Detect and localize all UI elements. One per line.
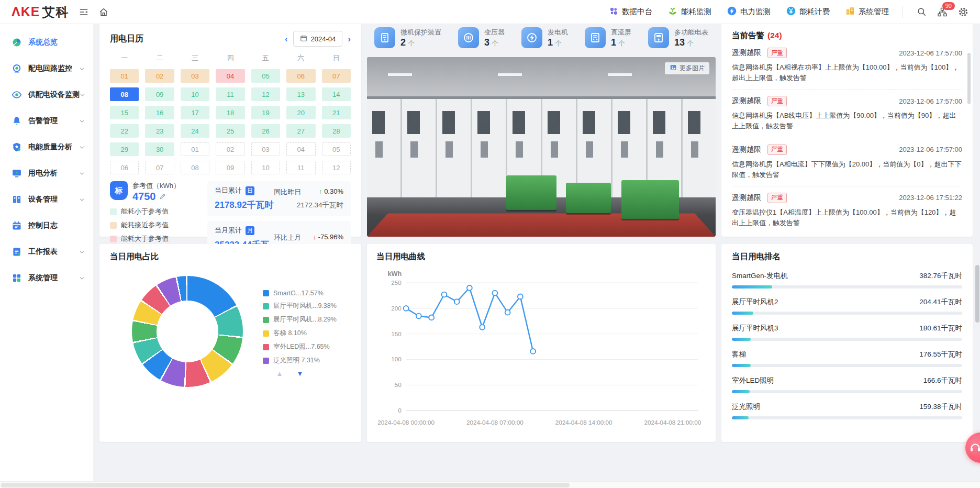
calendar-day[interactable]: 20 xyxy=(286,106,315,119)
ranking-item: SmartGen-发电机382.76千瓦时 xyxy=(732,271,962,289)
calendar-day[interactable]: 04 xyxy=(216,69,244,83)
donut-legend-item[interactable]: 展厅平时风机...8.29% xyxy=(263,315,337,324)
calendar-day[interactable]: 16 xyxy=(145,106,174,119)
alert-item[interactable]: 遥测越限严重2023-12-06 17:57:00信息网络机房【AB线电压】上上… xyxy=(732,90,962,138)
donut-legend-item[interactable]: SmartG...17.57% xyxy=(263,290,337,297)
home-icon[interactable] xyxy=(98,7,109,17)
alert-item[interactable]: 遥测越限严重2023-12-06 17:57:00信息网络机房【A相电流】下下限… xyxy=(732,138,962,186)
calendar-day[interactable]: 25 xyxy=(216,124,244,138)
horizontal-scrollbar[interactable] xyxy=(0,481,980,488)
horizontal-scrollbar-thumb[interactable] xyxy=(1,483,570,487)
power-quality-icon xyxy=(12,142,22,152)
page-scrollbar-thumb[interactable] xyxy=(975,265,979,323)
calendar-day[interactable]: 15 xyxy=(110,106,139,119)
calendar-day[interactable]: 12 xyxy=(251,87,280,101)
sidebar-item-equipment-management[interactable]: 设备管理 xyxy=(0,186,93,213)
notification-badge: 90 xyxy=(942,2,955,10)
legend-page-down-button[interactable]: ▼ xyxy=(296,370,303,378)
calendar-day[interactable]: 26 xyxy=(251,124,280,138)
calendar-day[interactable]: 10 xyxy=(251,161,280,174)
calendar-day[interactable]: 06 xyxy=(110,161,139,174)
calendar-day[interactable]: 02 xyxy=(216,142,244,156)
collapse-sidebar-icon[interactable] xyxy=(79,7,89,17)
sidebar-item-control-log[interactable]: 控制日志 xyxy=(0,213,93,239)
nav-item-data-platform[interactable]: 数据中台 xyxy=(609,6,652,17)
calendar-day[interactable]: 10 xyxy=(181,87,209,101)
sidebar-item-overview[interactable]: 系统总览 xyxy=(0,29,93,56)
power-monitor-icon xyxy=(727,6,737,17)
calendar-day[interactable]: 08 xyxy=(110,87,139,101)
more-photos-button[interactable]: 更多图片 xyxy=(665,62,709,74)
legend-page-up-button[interactable]: ▲ xyxy=(276,370,283,378)
donut-legend-item[interactable]: 客梯 8.10% xyxy=(263,329,337,338)
calendar-day[interactable]: 11 xyxy=(286,161,315,174)
calendar-day[interactable]: 12 xyxy=(322,161,351,174)
calendar-day[interactable]: 24 xyxy=(181,124,209,138)
calendar-day[interactable]: 09 xyxy=(145,87,174,101)
calendar-day[interactable]: 01 xyxy=(181,142,209,156)
donut-legend-item[interactable]: 泛光照明 7.31% xyxy=(263,356,337,365)
sidebar-item-alarm-management[interactable]: 告警管理 xyxy=(0,108,93,134)
calendar-day[interactable]: 01 xyxy=(110,69,139,83)
alert-item[interactable]: 遥测越限严重2023-12-06 17:51:22变压器温控仪1【A相温度】上上… xyxy=(732,186,962,234)
nav-item-energy-monitor[interactable]: 能耗监测 xyxy=(668,6,711,17)
edit-pencil-icon[interactable] xyxy=(159,191,166,203)
month-picker[interactable]: 2024-04 xyxy=(293,31,343,47)
sidebar-item-circuit-monitoring[interactable]: 配电回路监控 xyxy=(0,56,93,82)
calendar-day[interactable]: 27 xyxy=(286,124,315,138)
calendar-day[interactable]: 13 xyxy=(286,87,315,101)
donut-legend-item[interactable]: 展厅平时风机...9.38% xyxy=(263,302,337,310)
calendar-day[interactable]: 18 xyxy=(216,106,244,119)
sidebar-item-label: 电能质量分析 xyxy=(28,142,79,152)
alert-time: 2023-12-06 17:57:00 xyxy=(899,97,962,105)
prev-month-button[interactable]: ‹ xyxy=(285,35,288,43)
alert-item[interactable]: 遥测越限严重2023-12-06 17:57:00信息网络机房【A相视在功率】上… xyxy=(732,41,962,90)
donut-legend-item[interactable]: 室外LED照...7.65% xyxy=(263,342,337,351)
calendar-day[interactable]: 09 xyxy=(216,161,244,174)
calendar-day[interactable]: 08 xyxy=(181,161,209,174)
ranking-name: 展厅平时风机3 xyxy=(732,324,778,333)
calendar-day[interactable]: 06 xyxy=(286,69,315,83)
page-scrollbar[interactable] xyxy=(975,24,979,481)
org-structure-icon[interactable]: 90 xyxy=(937,7,948,17)
next-month-button[interactable]: › xyxy=(348,35,351,43)
calendar-day[interactable]: 04 xyxy=(286,142,315,156)
calendar-day[interactable]: 07 xyxy=(322,69,351,83)
sidebar-item-device-monitoring[interactable]: 供配电设备监测 xyxy=(0,82,93,108)
search-icon[interactable] xyxy=(917,7,927,17)
device-label: 发电机 xyxy=(548,28,568,37)
svg-text:2024-04-08 14:00:00: 2024-04-08 14:00:00 xyxy=(555,419,612,426)
calendar-day[interactable]: 14 xyxy=(322,87,351,101)
calendar-day[interactable]: 17 xyxy=(181,106,209,119)
device-unit: 个 xyxy=(492,40,498,47)
legend-swatch xyxy=(110,236,117,242)
calendar-day[interactable]: 07 xyxy=(145,161,174,174)
calendar-day[interactable]: 02 xyxy=(145,69,174,83)
calendar-day[interactable]: 19 xyxy=(251,106,280,119)
calendar-day[interactable]: 03 xyxy=(251,142,280,156)
sidebar-item-system-management[interactable]: 系统管理 xyxy=(0,265,93,291)
calendar-day[interactable]: 29 xyxy=(110,142,139,156)
calendar-day[interactable]: 23 xyxy=(145,124,174,138)
sidebar-item-work-report[interactable]: 工作报表 xyxy=(0,239,93,265)
device-count: 2 xyxy=(400,37,406,48)
sidebar-item-usage-analysis[interactable]: 用电分析 xyxy=(0,160,93,186)
calendar-day[interactable]: 05 xyxy=(322,142,351,156)
weekday-header: 五 xyxy=(251,52,280,64)
calendar-day[interactable]: 03 xyxy=(181,69,209,83)
svg-text:150: 150 xyxy=(391,330,402,337)
work-report-icon xyxy=(12,247,22,257)
calendar-day[interactable]: 21 xyxy=(322,106,351,119)
nav-item-power-monitor[interactable]: 电力监测 xyxy=(727,6,771,17)
settings-gear-icon[interactable] xyxy=(958,7,968,17)
usage-line-chart: 050100150200250kWh2024-04-08 00:00:00202… xyxy=(376,267,706,432)
nav-item-system-admin[interactable]: 系统管理 xyxy=(845,6,889,17)
calendar-day[interactable]: 22 xyxy=(110,124,139,138)
calendar-day[interactable]: 05 xyxy=(251,69,280,83)
nav-item-energy-billing[interactable]: 能耗计费 xyxy=(786,6,830,17)
calendar-day[interactable]: 28 xyxy=(322,124,351,138)
sidebar-item-power-quality[interactable]: 电能质量分析 xyxy=(0,134,93,160)
calendar-day[interactable]: 11 xyxy=(216,87,244,101)
calendar-day[interactable]: 30 xyxy=(145,142,174,156)
alerts-scrollbar[interactable] xyxy=(967,53,971,104)
